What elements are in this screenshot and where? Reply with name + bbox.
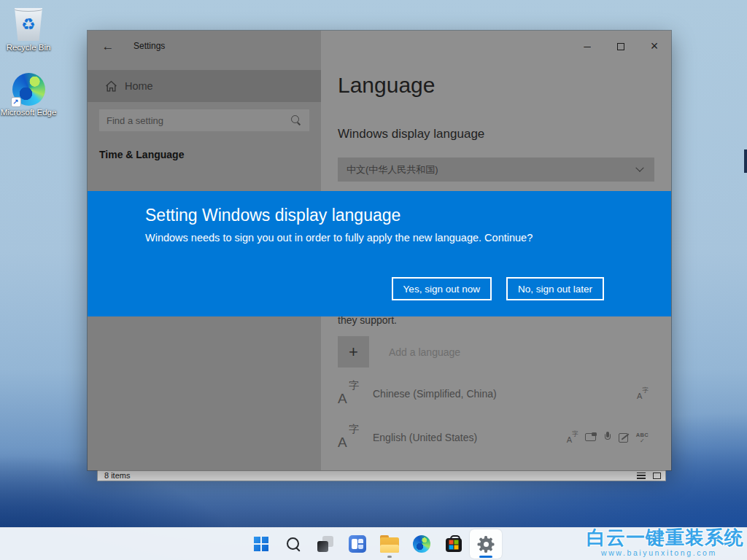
display-language-capable-icon: 字 A: [567, 431, 578, 444]
no-sign-out-later-button[interactable]: No, sign out later: [506, 277, 604, 300]
microsoft-store-button[interactable]: [438, 529, 470, 559]
widgets-icon: [349, 535, 366, 553]
settings-search-box: [99, 109, 309, 131]
dialog-message: Windows needs to sign you out in order t…: [145, 232, 533, 244]
sidebar-section-time-language[interactable]: Time & Language: [99, 149, 184, 160]
taskbar: ENG 17:54 星期三 2021/6/16 2: [0, 527, 747, 560]
page-title: Language: [338, 73, 435, 98]
language-icon: 字 A: [338, 424, 359, 451]
back-button[interactable]: ←: [99, 38, 117, 55]
chevron-down-icon: [635, 163, 643, 171]
microphone-icon: [603, 432, 612, 443]
language-icon: 字 A: [338, 381, 359, 407]
language-name: Chinese (Simplified, China): [373, 388, 637, 400]
display-language-capable-icon: 字 A: [637, 387, 649, 400]
basic-typing-icon: ABC ✓: [636, 432, 649, 443]
recycle-bin-icon: ♻: [12, 6, 44, 41]
folder-icon: [380, 537, 399, 553]
home-icon: [105, 80, 117, 93]
recycle-symbol-icon: ♻: [21, 17, 36, 33]
language-row-chinese[interactable]: 字 A Chinese (Simplified, China) 字 A: [338, 378, 654, 410]
display-language-value: 中文(中华人民共和国): [338, 163, 637, 176]
settings-window: ← Settings — × Home Time & Language Lang…: [88, 31, 671, 470]
edge-icon: [413, 535, 430, 553]
active-indicator: [479, 556, 492, 558]
home-label: Home: [125, 80, 153, 92]
items-count-text: 8 items: [104, 471, 637, 480]
task-view-button[interactable]: [309, 529, 341, 559]
handwriting-icon: [619, 432, 630, 443]
sign-out-dialog: Setting Windows display language Windows…: [88, 191, 671, 316]
text-to-speech-icon: [585, 432, 597, 443]
display-language-dropdown[interactable]: 中文(中华人民共和国): [338, 158, 654, 182]
file-explorer-button[interactable]: [374, 529, 406, 559]
search-input[interactable]: [99, 109, 290, 131]
taskbar-search-button[interactable]: [277, 529, 309, 559]
search-icon: [285, 536, 301, 552]
widgets-button[interactable]: [341, 529, 374, 559]
plus-icon: +: [338, 336, 369, 368]
running-indicator: [387, 556, 392, 558]
language-name: English (United States): [373, 432, 567, 443]
start-button[interactable]: [245, 529, 277, 559]
edge-label: Microsoft Edge: [0, 108, 57, 117]
add-language-label: Add a language: [389, 346, 460, 358]
edge-icon: ↗: [12, 73, 45, 106]
thumbnail-view-icon[interactable]: [653, 472, 661, 479]
desktop: ♻ Recycle Bin ↗ Microsoft Edge 8 items ←…: [0, 0, 747, 560]
settings-taskbar-button[interactable]: [470, 529, 502, 559]
recycle-bin-desktop-icon[interactable]: ♻ Recycle Bin: [0, 6, 57, 52]
yes-sign-out-now-button[interactable]: Yes, sign out now: [392, 277, 492, 300]
task-view-icon: [317, 535, 334, 553]
store-icon: [445, 535, 462, 553]
language-row-english[interactable]: 字 A English (United States) 字 A ABC ✓: [338, 421, 654, 454]
search-icon: [290, 114, 302, 126]
display-language-heading: Windows display language: [338, 127, 484, 141]
explorer-status-bar: 8 items: [97, 470, 666, 481]
windows-logo-icon: [254, 537, 268, 551]
edge-taskbar-button[interactable]: [406, 529, 438, 559]
sidebar-item-home[interactable]: Home: [88, 70, 321, 102]
recycle-bin-label: Recycle Bin: [0, 43, 57, 52]
gear-icon: [478, 536, 495, 553]
add-language-button[interactable]: + Add a language: [338, 336, 654, 368]
window-title: Settings: [133, 41, 165, 51]
offscreen-window-edge: [744, 149, 747, 173]
shortcut-arrow-icon: ↗: [11, 97, 21, 107]
edge-desktop-icon[interactable]: ↗ Microsoft Edge: [0, 73, 57, 117]
dialog-title: Setting Windows display language: [145, 206, 400, 225]
details-view-icon[interactable]: [637, 472, 646, 479]
